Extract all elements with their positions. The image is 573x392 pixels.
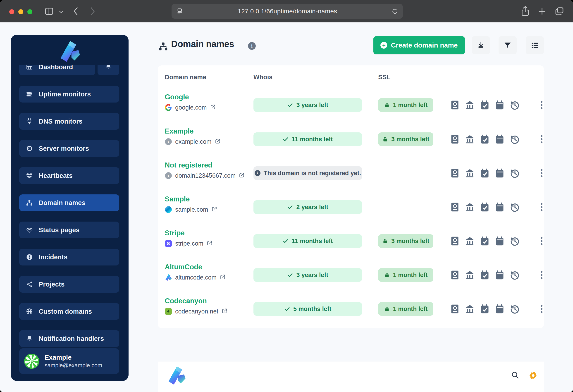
external-link-icon[interactable] xyxy=(207,240,213,247)
calendar-check-icon[interactable] xyxy=(480,168,490,178)
whois-passport-icon[interactable] xyxy=(450,236,460,246)
whois-status-badge: 2 years left xyxy=(253,200,362,214)
whois-passport-icon[interactable] xyxy=(450,304,460,314)
view-list-button[interactable] xyxy=(526,36,544,54)
kebab-menu-icon[interactable] xyxy=(538,201,544,213)
calendar-icon[interactable] xyxy=(495,134,505,144)
whois-passport-icon[interactable] xyxy=(450,270,460,280)
sidebar-notifications-button[interactable] xyxy=(98,65,119,75)
sidebar-item-status-pages[interactable]: Status pages xyxy=(19,222,119,238)
create-domain-name-button[interactable]: + Create domain name xyxy=(373,36,465,54)
forward-icon[interactable] xyxy=(90,7,95,16)
hosting-icon[interactable] xyxy=(465,236,475,246)
history-icon[interactable] xyxy=(510,134,519,144)
calendar-icon[interactable] xyxy=(495,100,505,110)
sidebar-item-custom-domains[interactable]: Custom domains xyxy=(19,303,119,320)
calendar-icon[interactable] xyxy=(495,270,505,280)
calendar-icon[interactable] xyxy=(495,236,505,246)
page-title: Domain names xyxy=(171,39,234,49)
minimize-window-button[interactable] xyxy=(18,9,23,14)
history-icon[interactable] xyxy=(510,100,519,110)
domain-name-link[interactable]: Google xyxy=(165,93,189,101)
kebab-menu-icon[interactable] xyxy=(538,303,544,315)
export-button[interactable] xyxy=(472,36,490,54)
kebab-menu-icon[interactable] xyxy=(538,235,544,247)
reader-icon[interactable] xyxy=(176,7,183,15)
settings-gear-icon[interactable] xyxy=(529,371,538,380)
kebab-menu-icon[interactable] xyxy=(538,134,544,145)
calendar-icon[interactable] xyxy=(495,168,505,178)
external-link-icon[interactable] xyxy=(222,308,227,315)
sidebar-item-dns-monitors[interactable]: DNS monitors xyxy=(19,113,119,130)
filter-button[interactable] xyxy=(499,36,517,54)
whois-passport-icon[interactable] xyxy=(450,100,460,110)
external-link-icon[interactable] xyxy=(215,138,221,145)
calendar-check-icon[interactable] xyxy=(480,270,490,280)
sidebar-menu: Dashboard Uptime monitorsDNS monitorsSer… xyxy=(11,65,128,374)
whois-passport-icon[interactable] xyxy=(450,134,460,144)
search-icon[interactable] xyxy=(511,371,519,379)
user-menu[interactable]: Example sample@example.com xyxy=(19,348,119,374)
history-icon[interactable] xyxy=(510,304,519,314)
calendar-check-icon[interactable] xyxy=(480,304,490,314)
table-row: Google google.com 3 years left 1 month l… xyxy=(158,88,544,122)
calendar-check-icon[interactable] xyxy=(480,202,490,212)
zoom-window-button[interactable] xyxy=(27,9,32,14)
domain-name-link[interactable]: Example xyxy=(165,127,194,135)
url-text[interactable]: 127.0.0.1/66uptime/domain-names xyxy=(188,8,387,15)
sidebar-item-projects[interactable]: Projects xyxy=(19,276,119,293)
sidebar-item-dashboard[interactable]: Dashboard xyxy=(19,65,95,75)
history-icon[interactable] xyxy=(510,202,519,212)
hosting-icon[interactable] xyxy=(465,304,475,314)
hosting-icon[interactable] xyxy=(465,134,475,144)
hosting-icon[interactable] xyxy=(465,202,475,212)
sidebar-toggle-icon[interactable] xyxy=(44,6,54,16)
reload-icon[interactable] xyxy=(392,8,398,15)
external-link-icon[interactable] xyxy=(239,172,245,179)
domain-name-link[interactable]: AltumCode xyxy=(165,263,202,271)
address-bar[interactable]: 127.0.0.1/66uptime/domain-names xyxy=(172,4,403,19)
heartbeat-icon xyxy=(26,172,33,179)
kebab-menu-icon[interactable] xyxy=(538,99,544,111)
history-icon[interactable] xyxy=(510,236,519,246)
domain-name-link[interactable]: Not registered xyxy=(165,161,212,169)
domain-name-link[interactable]: Stripe xyxy=(165,229,185,237)
info-icon[interactable]: i xyxy=(248,42,256,50)
tab-overview-icon[interactable] xyxy=(555,6,564,16)
calendar-check-icon[interactable] xyxy=(480,134,490,144)
hosting-icon[interactable] xyxy=(465,168,475,178)
tab-group-chevron-icon[interactable] xyxy=(59,10,63,14)
app-logo[interactable] xyxy=(11,35,128,65)
sidebar-item-notification-handlers[interactable]: Notification handlers xyxy=(19,330,119,347)
check-icon xyxy=(284,306,290,312)
calendar-check-icon[interactable] xyxy=(480,236,490,246)
history-icon[interactable] xyxy=(510,168,519,178)
external-link-icon[interactable] xyxy=(220,274,226,281)
external-link-icon[interactable] xyxy=(211,206,217,213)
sidebar-item-incidents[interactable]: Incidents xyxy=(19,249,119,266)
share-icon[interactable] xyxy=(520,5,530,16)
sidebar-item-heartbeats[interactable]: Heartbeats xyxy=(19,167,119,184)
ssl-status-badge: 3 months left xyxy=(378,234,433,248)
sidebar-item-domain-names[interactable]: Domain names xyxy=(19,195,119,211)
calendar-icon[interactable] xyxy=(495,304,505,314)
calendar-check-icon[interactable] xyxy=(480,100,490,110)
browser-toolbar: 127.0.0.1/66uptime/domain-names xyxy=(0,0,573,22)
close-window-button[interactable] xyxy=(9,9,14,14)
sidebar-item-uptime-monitors[interactable]: Uptime monitors xyxy=(19,86,119,103)
domain-name-link[interactable]: Sample xyxy=(165,195,190,203)
new-tab-icon[interactable] xyxy=(537,7,547,16)
hosting-icon[interactable] xyxy=(465,270,475,280)
whois-passport-icon[interactable] xyxy=(450,202,460,212)
whois-passport-icon[interactable] xyxy=(450,168,460,178)
sidebar-item-server-monitors[interactable]: Server monitors xyxy=(19,140,119,157)
back-icon[interactable] xyxy=(73,7,78,16)
external-link-icon[interactable] xyxy=(210,104,216,111)
kebab-menu-icon[interactable] xyxy=(538,167,544,179)
domain-cell: AltumCode altumcode.com xyxy=(165,263,226,281)
history-icon[interactable] xyxy=(510,270,519,280)
hosting-icon[interactable] xyxy=(465,100,475,110)
calendar-icon[interactable] xyxy=(495,202,505,212)
kebab-menu-icon[interactable] xyxy=(538,269,544,281)
domain-name-link[interactable]: Codecanyon xyxy=(165,297,207,305)
